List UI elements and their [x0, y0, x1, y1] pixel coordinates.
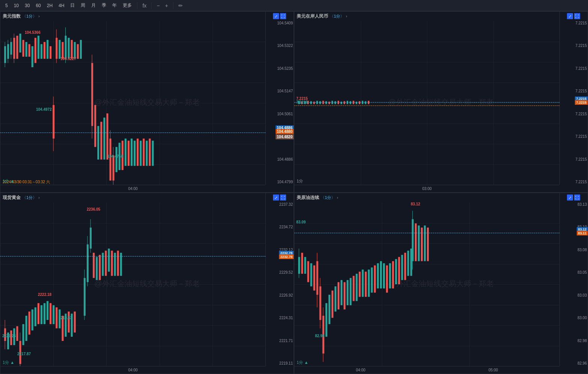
svg-rect-97 [44, 303, 45, 324]
svg-rect-38 [103, 118, 105, 160]
svg-rect-116 [99, 255, 101, 280]
label-2221-25: 2221.25 [2, 334, 16, 338]
tf-indicator-br: 1分 ▲ [297, 360, 308, 365]
svg-rect-35 [94, 105, 96, 147]
separator-3 [173, 2, 173, 9]
chart-tf-oil: 〈1分〉 [321, 195, 335, 201]
tf-year[interactable]: 年 [110, 2, 119, 9]
chart-title-usd: 美元指数 [3, 13, 21, 20]
price-line-cnh-2 [294, 106, 559, 106]
tf-30[interactable]: 30 [23, 2, 32, 9]
expand-btn-cnh[interactable]: ⤢ [567, 13, 573, 19]
svg-rect-44 [116, 147, 118, 172]
svg-rect-141 [338, 282, 339, 309]
zoom-in-icon[interactable]: + [163, 2, 170, 9]
svg-rect-145 [350, 278, 351, 305]
svg-rect-172 [410, 249, 412, 276]
label-104-5366: 104.5366 [25, 30, 41, 35]
svg-rect-13 [32, 46, 33, 67]
expand-btn-oil[interactable]: ⤢ [567, 195, 573, 201]
svg-rect-18 [47, 40, 48, 59]
svg-rect-53 [143, 139, 145, 166]
tf-day[interactable]: 日 [68, 2, 77, 9]
svg-rect-66 [323, 101, 324, 104]
svg-rect-31 [77, 44, 79, 59]
svg-rect-51 [137, 139, 139, 166]
chart-arrow-usd: › [38, 14, 39, 18]
svg-rect-101 [56, 307, 57, 328]
chart-header-cnh: 美元在岸人民币 〈1分〉 › [297, 13, 347, 20]
svg-rect-154 [377, 263, 379, 288]
svg-rect-138 [329, 295, 330, 324]
label-2219-53: 2219.53 [59, 316, 72, 320]
fullscreen-btn-gold[interactable]: ⛶ [280, 195, 286, 201]
draw-icon[interactable]: ✏ [176, 2, 185, 9]
svg-rect-11 [26, 42, 27, 57]
svg-rect-144 [347, 280, 348, 305]
chart-tf-gold: 〈1分〉 [22, 195, 37, 201]
label-82-94: 82.94 [315, 334, 324, 338]
svg-rect-165 [389, 263, 391, 288]
svg-rect-127 [304, 257, 306, 274]
svg-rect-87 [16, 326, 18, 341]
formula-icon[interactable]: fx [140, 2, 148, 9]
svg-rect-47 [125, 139, 127, 166]
svg-rect-15 [38, 36, 39, 59]
svg-rect-28 [68, 38, 70, 59]
tf-indicator-tr: 1分 [297, 178, 303, 184]
svg-rect-93 [32, 309, 33, 330]
svg-rect-167 [395, 259, 397, 284]
fullscreen-btn-cnh[interactable]: ⛶ [574, 13, 580, 19]
expand-btn-usd[interactable]: ⤢ [273, 13, 279, 19]
svg-rect-151 [368, 270, 370, 297]
tf-2h[interactable]: 2H [45, 2, 55, 9]
price-axis-tl: 104.5409 104.5322 104.5235 104.5147 104.… [265, 12, 294, 185]
svg-rect-37 [100, 122, 102, 160]
svg-rect-150 [365, 271, 367, 297]
chart-tf-cnh: 〈1分〉 [330, 14, 344, 19]
svg-rect-54 [146, 141, 148, 166]
tf-4h[interactable]: 4H [56, 2, 66, 9]
svg-rect-96 [41, 305, 42, 324]
svg-rect-29 [71, 40, 73, 59]
svg-rect-146 [353, 276, 354, 301]
svg-rect-30 [74, 42, 76, 59]
tf-week[interactable]: 周 [78, 2, 87, 9]
tf-quarter[interactable]: 季 [100, 2, 109, 9]
tf-month[interactable]: 月 [89, 2, 98, 9]
label-104-4972: 104.4972 [36, 107, 52, 112]
svg-rect-64 [316, 101, 318, 104]
svg-rect-76 [353, 101, 354, 104]
chart-controls-cnh: ⤢ ⛶ [567, 13, 580, 19]
svg-rect-148 [359, 271, 360, 297]
svg-rect-158 [415, 223, 417, 261]
fullscreen-btn-oil[interactable]: ⛶ [574, 195, 580, 201]
zoom-out-icon[interactable]: − [155, 2, 161, 9]
svg-rect-95 [38, 303, 39, 324]
time-axis-br: 04:00 05:00 [294, 366, 559, 374]
svg-rect-69 [332, 101, 333, 104]
tf-5[interactable]: 5 [3, 2, 10, 9]
svg-rect-164 [386, 265, 388, 293]
tf-60[interactable]: 60 [33, 2, 43, 9]
tf-indicator-bl: 1分 ▲ [3, 360, 14, 365]
expand-btn-gold[interactable]: ⤢ [273, 195, 279, 201]
chart-tf-usd: 〈1分〉 [22, 14, 37, 19]
svg-rect-79 [362, 101, 363, 104]
svg-rect-118 [105, 251, 107, 276]
tf-10[interactable]: 10 [12, 2, 21, 9]
time-axis-tl: 04:00 [0, 185, 265, 192]
chart-header-usd: 美元指数 〈1分〉 › [3, 13, 39, 20]
svg-rect-120 [111, 251, 113, 276]
chart-gold: 现货黄金 〈1分〉 › ⤢ ⛶ @外汇金油短线交易大师－郑老 [0, 193, 294, 374]
chart-arrow-oil: › [337, 196, 338, 200]
svg-rect-55 [149, 139, 151, 166]
svg-rect-105 [68, 312, 70, 333]
fullscreen-btn-usd[interactable]: ⛶ [280, 13, 286, 19]
svg-rect-52 [140, 141, 142, 166]
svg-rect-16 [41, 44, 42, 59]
label-104-5227: 104.5227 [60, 57, 76, 61]
svg-rect-9 [19, 34, 21, 53]
tf-more[interactable]: 更多 [121, 2, 134, 9]
chart-header-gold: 现货黄金 〈1分〉 › [3, 195, 39, 201]
